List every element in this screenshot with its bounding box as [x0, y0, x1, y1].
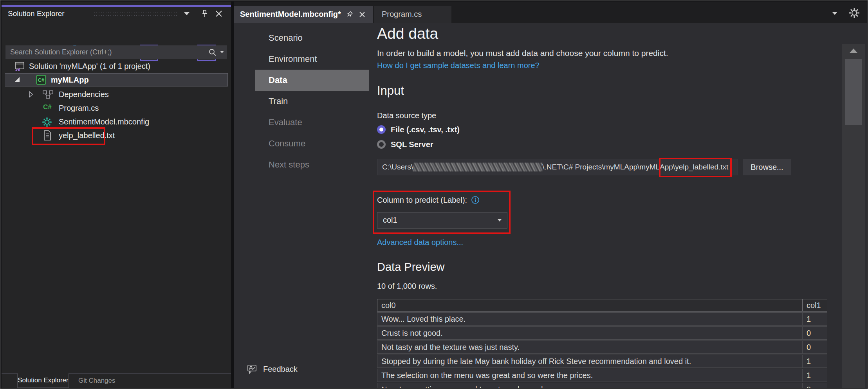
step-environment[interactable]: Environment	[234, 49, 375, 70]
row-count-label: 10 of 1,000 rows.	[377, 282, 437, 291]
column-header-col1[interactable]: col1	[802, 299, 827, 312]
search-input[interactable]: Search Solution Explorer (Ctrl+;)	[5, 45, 227, 59]
editor-tab-active[interactable]: SentimentModel.mbconfig*	[234, 6, 373, 23]
sql-server-radio[interactable]: SQL Server	[377, 139, 433, 150]
column-header-col0[interactable]: col0	[377, 299, 802, 312]
tree-item-project[interactable]: C# myMLApp	[5, 73, 228, 86]
table-row: Stopped by during the late May bank holi…	[377, 355, 827, 368]
step-next-steps[interactable]: Next steps	[234, 154, 375, 175]
panel-title-bar[interactable]: Solution Explorer	[2, 7, 231, 21]
radio-selected-icon[interactable]	[377, 125, 386, 134]
advanced-data-options-link[interactable]: Advanced data options...	[377, 238, 463, 247]
svg-text:C#: C#	[38, 77, 45, 83]
file-path-filename: yelp_labelled.txt	[675, 163, 728, 171]
column-to-predict-label: Column to predict (Label):	[377, 196, 480, 205]
radio-unselected-icon[interactable]	[377, 140, 386, 149]
search-options-caret[interactable]	[220, 51, 224, 53]
tab-close-icon[interactable]	[359, 11, 365, 18]
tree-item-solution[interactable]: Solution 'myMLApp' (1 of 1 project)	[2, 59, 231, 73]
bottom-tab-git-changes[interactable]: Git Changes	[78, 373, 115, 388]
redacted-username	[413, 163, 542, 171]
info-icon[interactable]	[471, 196, 480, 205]
scroll-up-arrow-icon[interactable]	[850, 49, 857, 53]
page-title: Add data	[377, 25, 438, 42]
solution-explorer-panel: Solution Explorer	[2, 2, 231, 388]
table-row: Now I am getting angry and I want my dam…	[377, 383, 827, 388]
tree-item-dataset[interactable]: yelp_labelled.txt	[2, 129, 231, 142]
step-evaluate[interactable]: Evaluate	[234, 112, 375, 133]
file-path-input[interactable]: C:\Users\\.NET\C# Projects\myMLApp\myMLA…	[377, 159, 738, 175]
text-file-icon	[43, 130, 52, 141]
model-builder-document: Scenario Environment Data Train Evaluate…	[234, 23, 867, 388]
step-train[interactable]: Train	[234, 91, 375, 112]
expanded-caret-icon[interactable]	[15, 77, 20, 82]
mbconfig-gear-icon	[42, 117, 52, 128]
help-link[interactable]: How do I get sample datasets and learn m…	[377, 61, 540, 70]
table-row: Not tasty and the texture was just nasty…	[377, 340, 827, 354]
wizard-steps: Scenario Environment Data Train Evaluate…	[234, 27, 375, 175]
input-heading: Input	[377, 84, 404, 98]
search-icon[interactable]	[208, 48, 217, 57]
panel-splitter[interactable]	[231, 2, 234, 388]
editor-settings-gear-icon[interactable]	[848, 7, 860, 19]
step-scenario[interactable]: Scenario	[234, 27, 375, 49]
dependencies-icon	[42, 90, 54, 99]
page-description: In order to build a model, you must add …	[377, 49, 668, 58]
data-preview-heading: Data Preview	[377, 261, 444, 274]
tab-list-chevron-icon[interactable]	[832, 12, 837, 15]
editor-area: SentimentModel.mbconfig* Program.cs	[234, 2, 867, 388]
pin-icon[interactable]	[202, 9, 208, 18]
table-header-row: col0 col1	[377, 299, 827, 312]
tree-item-dependencies[interactable]: Dependencies	[2, 88, 231, 101]
feedback-icon	[247, 364, 258, 374]
tree-item-mbconfig[interactable]: SentimentModel.mbconfig	[2, 115, 231, 128]
window-position-chevron-icon[interactable]	[184, 12, 189, 15]
search-placeholder: Search Solution Explorer (Ctrl+;)	[10, 48, 112, 56]
step-consume[interactable]: Consume	[234, 133, 375, 154]
bottom-tab-solution-explorer[interactable]: Solution Explorer	[17, 373, 69, 388]
step-data[interactable]: Data	[234, 70, 375, 91]
tab-pin-icon[interactable]	[345, 10, 354, 19]
data-source-label: Data source type	[377, 111, 436, 120]
browse-button[interactable]: Browse...	[743, 159, 791, 175]
label-column-dropdown[interactable]: col1	[377, 212, 507, 229]
close-icon[interactable]	[215, 10, 222, 17]
scrollbar-thumb[interactable]	[845, 59, 862, 125]
vertical-scrollbar[interactable]	[842, 44, 865, 388]
panel-drag-grip[interactable]	[93, 12, 179, 17]
table-row: Wow... Loved this place. 1	[377, 312, 827, 326]
table-row: Crust is not good. 0	[377, 326, 827, 340]
dropdown-caret-icon	[498, 219, 502, 222]
data-preview-table: col0 col1 Wow... Loved this place. 1 Cru…	[377, 298, 827, 388]
file-radio[interactable]: File (.csv, .tsv, .txt)	[377, 124, 460, 135]
solution-explorer-toolbar	[2, 22, 231, 44]
table-row: The selection on the menu was great and …	[377, 369, 827, 382]
csharp-file-icon: C#	[43, 103, 52, 111]
panel-title: Solution Explorer	[8, 9, 65, 18]
collapsed-caret-icon[interactable]	[28, 91, 34, 98]
editor-tab-program[interactable]: Program.cs	[374, 6, 451, 23]
tree-item-program[interactable]: C# Program.cs	[2, 101, 231, 115]
vs-window: Solution Explorer	[0, 0, 868, 389]
feedback-button[interactable]: Feedback	[247, 362, 298, 376]
solution-icon	[14, 61, 25, 71]
csharp-project-icon: C#	[36, 75, 46, 85]
